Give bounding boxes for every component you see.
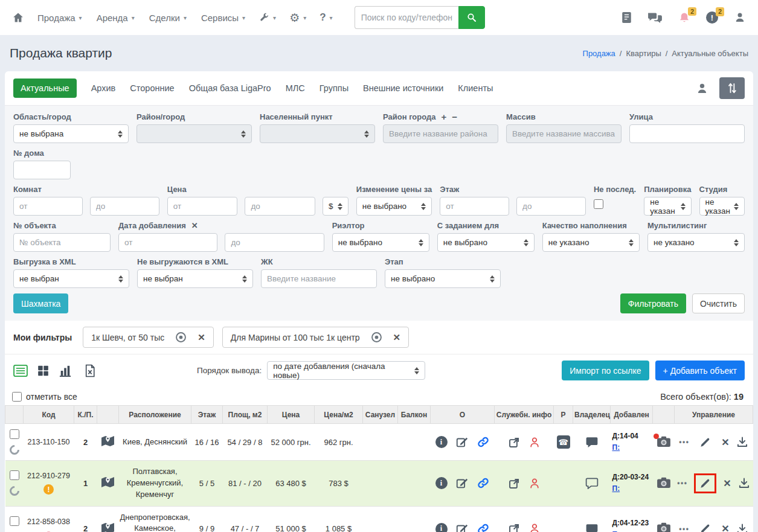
remove-district-icon[interactable]: −	[452, 112, 457, 121]
tab[interactable]: МЛС	[286, 83, 305, 93]
user-filter-icon[interactable]	[696, 82, 708, 95]
external-link-icon[interactable]	[508, 522, 521, 532]
saved-filter-chip[interactable]: Для Марины от 100 тыс 1к центр ✕	[222, 327, 409, 348]
info-icon[interactable]: i	[435, 477, 448, 489]
external-link-icon[interactable]	[508, 477, 521, 490]
studio-select[interactable]: не указан	[699, 197, 745, 216]
download-icon[interactable]	[736, 523, 748, 532]
filter-settings-button[interactable]	[719, 77, 745, 99]
nav-menu-item[interactable]: Сервисы ▾	[201, 13, 245, 23]
edit-note-icon[interactable]	[455, 522, 469, 532]
price-to-input[interactable]	[245, 197, 315, 216]
chart-view-icon[interactable]	[59, 365, 72, 377]
owner-person-icon[interactable]	[528, 522, 541, 532]
date-to-input[interactable]	[225, 233, 324, 252]
more-actions-icon[interactable]: •••	[679, 525, 689, 532]
alerts-icon[interactable]: ! 2	[706, 11, 718, 24]
xml-not-export-select[interactable]: не выбран	[137, 269, 253, 288]
tab[interactable]: Архив	[91, 83, 116, 93]
owner-person-icon[interactable]	[528, 477, 541, 490]
owner-person-icon[interactable]	[528, 436, 541, 449]
remove-filter-icon[interactable]: ✕	[198, 332, 205, 343]
import-by-link-button[interactable]: Импорт по ссылке	[562, 361, 649, 380]
edit-pencil-icon[interactable]	[699, 523, 711, 532]
more-actions-icon[interactable]: •••	[677, 479, 687, 487]
photos-icon[interactable]	[657, 476, 671, 489]
nav-menu-item[interactable]: Сделки ▾	[149, 13, 187, 23]
rooms-to-input[interactable]	[90, 197, 159, 216]
search-input[interactable]	[355, 6, 458, 29]
notifications-bell-icon[interactable]: 2	[678, 11, 690, 24]
eye-icon[interactable]	[175, 332, 187, 343]
home-icon[interactable]	[12, 11, 24, 24]
messages-icon[interactable]	[647, 11, 663, 24]
delete-icon[interactable]: ✕	[721, 523, 729, 532]
help-menu[interactable]: ? ▾	[320, 11, 332, 24]
tab[interactable]: Внешние источники	[363, 83, 443, 93]
download-icon[interactable]	[736, 436, 748, 448]
external-link-icon[interactable]	[508, 436, 521, 449]
house-number-input[interactable]	[13, 161, 71, 179]
residential-complex-input[interactable]	[261, 269, 377, 288]
list-view-icon[interactable]	[13, 365, 28, 377]
info-icon[interactable]: i	[435, 523, 448, 532]
chessboard-button[interactable]: Шахматка	[13, 293, 68, 313]
eye-icon[interactable]	[371, 332, 382, 343]
journal-icon[interactable]	[621, 11, 632, 24]
nav-menu-item[interactable]: Аренда ▾	[97, 13, 135, 23]
date-from-input[interactable]	[118, 233, 217, 252]
settings-menu[interactable]: ⚙ ▾	[289, 11, 306, 25]
phone-icon[interactable]: ☎	[557, 435, 570, 449]
row-checkbox[interactable]	[10, 429, 19, 439]
not-last-floor-checkbox[interactable]	[594, 199, 603, 209]
floor-to-input[interactable]	[516, 197, 586, 216]
link-icon[interactable]	[477, 435, 490, 449]
realtor-select[interactable]: не выбрано	[332, 233, 429, 252]
search-button[interactable]	[458, 6, 485, 29]
link-icon[interactable]	[477, 522, 490, 532]
price-change-select[interactable]: не выбрано	[356, 197, 432, 216]
comment-filled-icon[interactable]	[585, 436, 599, 448]
saved-filter-chip[interactable]: 1к Шевч, от 50 тыс ✕	[83, 327, 214, 348]
delete-icon[interactable]: ✕	[721, 437, 729, 448]
add-district-icon[interactable]: +	[442, 112, 447, 121]
stage-select[interactable]: не выбрано	[385, 269, 501, 288]
nav-menu-item[interactable]: Продажа ▾	[37, 13, 82, 23]
tools-menu[interactable]: ▾	[259, 12, 276, 23]
tab[interactable]: Клиенты	[458, 83, 493, 93]
tab[interactable]: Группы	[320, 83, 348, 93]
add-object-button[interactable]: + Добавить объект	[655, 361, 745, 380]
profile-icon[interactable]	[734, 11, 746, 24]
edit-pencil-icon[interactable]	[699, 478, 711, 489]
order-select[interactable]: по дате добавления (сначала новые)	[267, 361, 425, 380]
rooms-from-input[interactable]	[13, 197, 83, 216]
map-icon[interactable]	[101, 435, 115, 447]
select-all-checkbox[interactable]	[12, 392, 22, 402]
ulitsa-input[interactable]	[629, 124, 745, 143]
row-checkbox[interactable]	[10, 470, 19, 480]
currency-select[interactable]: $	[323, 197, 348, 216]
breadcrumb-link-sale[interactable]: Продажа	[583, 49, 615, 58]
comment-filled-icon[interactable]	[585, 523, 599, 532]
floor-from-input[interactable]	[440, 197, 509, 216]
map-icon[interactable]	[101, 476, 115, 489]
price-from-input[interactable]	[167, 197, 238, 216]
grid-view-icon[interactable]	[37, 365, 50, 377]
link-icon[interactable]	[477, 476, 490, 490]
layout-select[interactable]: не указан	[644, 197, 691, 216]
edit-note-icon[interactable]	[455, 476, 469, 490]
photos-icon[interactable]	[657, 522, 671, 532]
xml-export-select[interactable]: не выбран	[13, 269, 129, 288]
clear-date-icon[interactable]: ✕	[191, 222, 198, 229]
filter-button[interactable]: Фильтровать	[620, 293, 686, 313]
published-link[interactable]: П:	[612, 443, 620, 452]
published-link[interactable]: П:	[612, 484, 620, 493]
tab[interactable]: Общая база LigaPro	[189, 83, 271, 93]
remove-filter-icon[interactable]: ✕	[393, 332, 401, 343]
task-for-select[interactable]: не выбрано	[437, 233, 535, 252]
delete-icon[interactable]: ✕	[723, 478, 731, 489]
edit-pencil-icon[interactable]	[699, 437, 711, 448]
info-icon[interactable]: i	[435, 436, 448, 448]
row-checkbox[interactable]	[10, 516, 19, 526]
object-number-input[interactable]	[13, 233, 111, 252]
